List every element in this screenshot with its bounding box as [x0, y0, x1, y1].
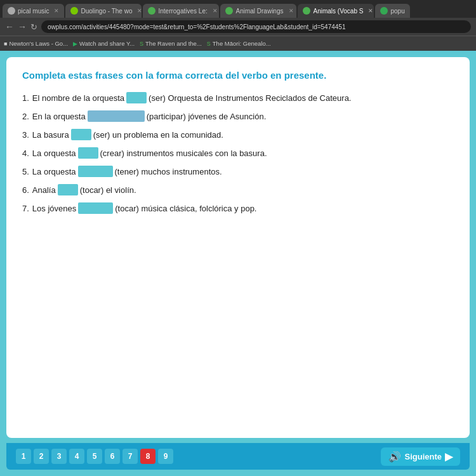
address-text: owplus.com/activities/445480?mode=test&r…: [48, 23, 346, 30]
bookmark-item[interactable]: S The Raven and the...: [140, 40, 202, 47]
sentence-before: La orquesta: [32, 149, 76, 158]
address-bar-row: ← → ↻ owplus.com/activities/445480?mode=…: [0, 18, 476, 36]
tab-interrogatives[interactable]: Interrogatives Le: ✕: [143, 4, 219, 18]
back-button[interactable]: ←: [5, 22, 14, 32]
bookmark-label: The Māori: Genealo...: [213, 40, 271, 47]
sentence-row: 6. Analía (tocar) el violín.: [22, 184, 454, 195]
page-numbers: 1 2 3 4 5 6 7 8 9: [16, 449, 173, 464]
sentence-after: (ser) Orquesta de Instrumentos Reciclado…: [149, 93, 351, 103]
bookmark-label: Newton's Laws - Go...: [9, 40, 68, 47]
sentence-number: 2.: [22, 112, 29, 121]
fill-blank-2[interactable]: [88, 110, 145, 122]
bookmarks-bar: ■ Newton's Laws - Go... ▶ Watch and shar…: [0, 36, 476, 51]
sentence-before: En la orquesta: [32, 112, 86, 121]
tab-label: popu: [390, 8, 404, 15]
tab-label: Animals (Vocab S: [313, 8, 363, 15]
sentence-row: 1. El nombre de la orquesta (ser) Orques…: [22, 92, 454, 103]
page-4[interactable]: 4: [69, 449, 84, 464]
sentence-after: (tener) muchos instrumentos.: [115, 167, 222, 176]
tab-label: pical music: [18, 8, 49, 15]
page-7[interactable]: 7: [122, 449, 138, 464]
tab-popup[interactable]: popu: [375, 4, 409, 18]
sentence-number: 6.: [22, 185, 29, 195]
sentence-row: 3. La basura (ser) un problema en la com…: [22, 129, 454, 140]
sentence-before: La basura: [32, 130, 69, 140]
page-2[interactable]: 2: [34, 449, 49, 464]
bottom-nav: 1 2 3 4 5 6 7 8 9 🔊 Siguiente ▶: [6, 443, 470, 470]
page-1[interactable]: 1: [16, 449, 31, 464]
audio-icon: 🔊: [388, 451, 401, 463]
sentence-before: Los jóvenes: [32, 204, 76, 213]
sentence-row: 7. Los jóvenes (tocar) música clásica, f…: [22, 202, 454, 214]
sentence-row: 4. La orquesta (crear) instrumentos musi…: [22, 147, 454, 159]
tab-label: Interrogatives Le:: [158, 8, 207, 15]
sentence-number: 3.: [22, 130, 29, 140]
tab-animals-vocab[interactable]: Animals (Vocab S ✕: [298, 4, 374, 18]
tab-close-icon[interactable]: ✕: [289, 8, 294, 14]
tab-bar: pical music ✕ Duolingo - The wo ✕ Interr…: [0, 0, 476, 18]
tab-close-icon[interactable]: ✕: [137, 8, 142, 14]
sentence-before: El nombre de la orquesta: [32, 93, 124, 103]
sentence-row: 2. En la orquesta (participar) jóvenes d…: [22, 110, 454, 122]
sentence-after: (participar) jóvenes de Asunción.: [147, 112, 267, 121]
bookmark-item[interactable]: S The Māori: Genealo...: [207, 40, 271, 47]
activity-card: Completa estas frases con la forma corre…: [6, 57, 470, 438]
fill-blank-1[interactable]: [126, 92, 147, 103]
fill-blank-7[interactable]: [78, 202, 113, 214]
tab-animal-drawings[interactable]: Animal Drawings ✕: [220, 4, 296, 18]
bookmark-icon: ■: [4, 41, 7, 47]
sentence-after: (ser) un problema en la comunidad.: [93, 130, 223, 140]
page-6[interactable]: 6: [105, 449, 120, 464]
sentence-after: (tocar) el violín.: [80, 185, 136, 195]
fill-blank-3[interactable]: [71, 129, 91, 140]
sentence-number: 4.: [22, 149, 29, 158]
fill-blank-5[interactable]: [78, 166, 113, 177]
sentence-number: 1.: [22, 93, 29, 103]
forward-button[interactable]: →: [18, 22, 27, 32]
tab-icon: [70, 7, 78, 15]
bookmark-icon: S: [140, 41, 143, 47]
instruction-text: Completa estas frases con la forma corre…: [22, 70, 454, 81]
tab-pical-music[interactable]: pical music ✕: [3, 4, 64, 18]
fill-blank-6[interactable]: [58, 184, 78, 195]
tab-duolingo[interactable]: Duolingo - The wo ✕: [65, 4, 142, 18]
main-content: Completa estas frases con la forma corre…: [0, 51, 476, 476]
tab-icon: [303, 7, 310, 15]
tab-label: Animal Drawings: [235, 8, 283, 15]
reload-button[interactable]: ↻: [30, 22, 37, 32]
page-8[interactable]: 8: [140, 449, 155, 464]
bookmark-icon: S: [207, 41, 211, 47]
page-3[interactable]: 3: [51, 449, 67, 464]
sentence-before: La orquesta: [32, 167, 76, 176]
sentence-after: (tocar) música clásica, folclórica y pop…: [115, 204, 256, 213]
bookmark-icon: ▶: [73, 41, 77, 47]
fill-blank-4[interactable]: [78, 147, 98, 159]
sentence-number: 7.: [22, 204, 29, 213]
bookmark-label: Watch and share Y...: [79, 40, 135, 47]
tab-close-icon[interactable]: ✕: [368, 8, 373, 14]
tab-label: Duolingo - The wo: [81, 8, 132, 15]
tab-icon: [148, 7, 155, 15]
sentence-before: Analía: [32, 185, 56, 195]
siguiente-label: Siguiente: [404, 452, 442, 461]
address-input[interactable]: owplus.com/activities/445480?mode=test&r…: [41, 20, 471, 33]
tab-close-icon[interactable]: ✕: [54, 8, 59, 14]
siguiente-button[interactable]: 🔊 Siguiente ▶: [381, 447, 460, 466]
tab-icon: [8, 7, 15, 15]
page-5[interactable]: 5: [87, 449, 102, 464]
tab-icon: [380, 7, 388, 15]
sentence-after: (crear) instrumentos musicales con la ba…: [100, 149, 267, 158]
browser-chrome: pical music ✕ Duolingo - The wo ✕ Interr…: [0, 0, 476, 51]
bookmark-label: The Raven and the...: [145, 40, 202, 47]
sentence-row: 5. La orquesta (tener) muchos instrument…: [22, 166, 454, 177]
tab-close-icon[interactable]: ✕: [213, 8, 218, 14]
bookmark-item[interactable]: ▶ Watch and share Y...: [73, 40, 135, 47]
tab-icon: [225, 7, 233, 15]
next-arrow-icon: ▶: [445, 451, 453, 463]
page-9[interactable]: 9: [158, 449, 173, 464]
bookmark-item[interactable]: ■ Newton's Laws - Go...: [4, 40, 68, 47]
sentence-number: 5.: [22, 167, 29, 176]
